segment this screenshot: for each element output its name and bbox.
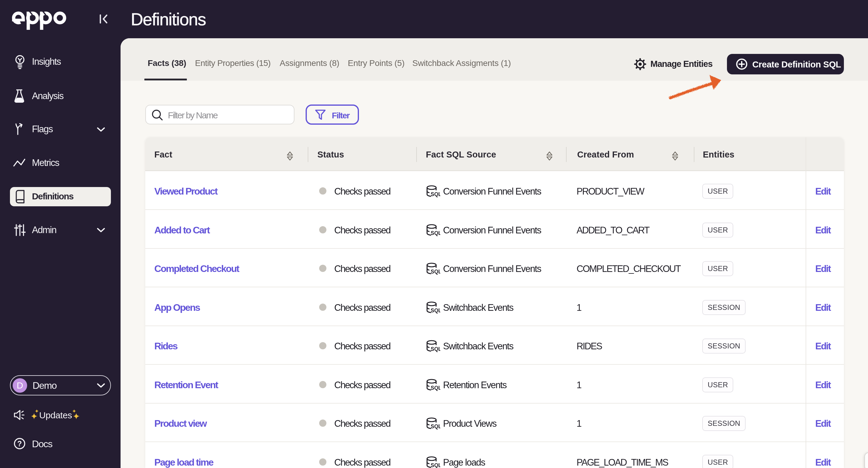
svg-text:?: ? — [17, 439, 22, 448]
